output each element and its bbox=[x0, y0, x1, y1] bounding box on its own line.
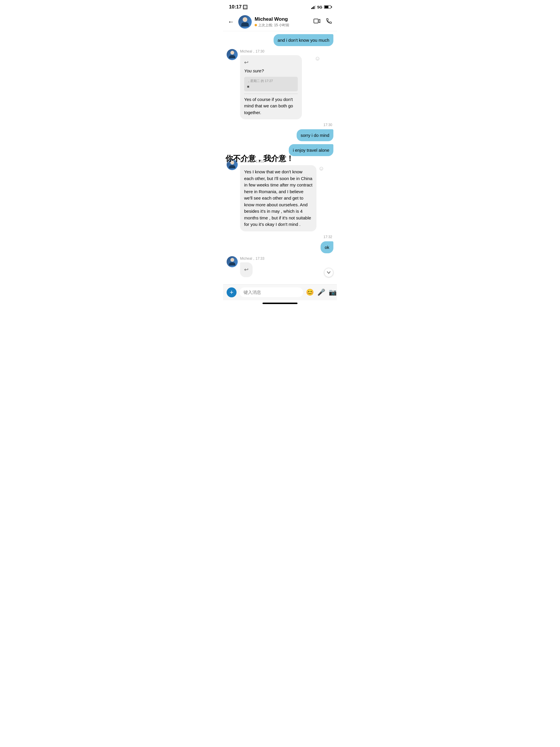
emoji-reaction-1[interactable]: ☺ bbox=[315, 55, 321, 62]
status-icons: 5G bbox=[311, 5, 331, 9]
sent-message-1: and i don't know you much bbox=[226, 34, 334, 46]
bubble-sent-2b: i enjoy travel alone bbox=[289, 144, 334, 156]
emoji-input-icon[interactable]: 😊 bbox=[306, 289, 314, 296]
received-main-text-1: Yes of course if you don't mind that we … bbox=[244, 96, 298, 116]
video-call-button[interactable] bbox=[314, 18, 321, 26]
bubble-received-2: Yes I know that we don't know each other… bbox=[240, 165, 317, 231]
status-dot bbox=[255, 24, 257, 26]
message-input[interactable] bbox=[239, 287, 303, 297]
received-message-1: Micheal，17:30 ↩ You sure? ，星期二 的 17:27 ■… bbox=[226, 49, 334, 119]
sender-avatar-3 bbox=[226, 256, 238, 267]
emoji-reaction-2[interactable]: ☺ bbox=[318, 165, 324, 172]
back-button[interactable]: ← bbox=[228, 18, 234, 26]
bubble-received-3: ↩ bbox=[240, 262, 252, 277]
timestamp-1732: 17:32 bbox=[226, 235, 334, 239]
contact-avatar bbox=[238, 15, 252, 29]
camera-icon[interactable]: 📷 bbox=[329, 289, 337, 296]
sim-icon: 🔲 bbox=[243, 5, 248, 9]
quote-block-1: ，星期二 的 17:27 ■ bbox=[244, 77, 298, 91]
sent-message-2a: sorry i do mind bbox=[226, 129, 334, 141]
contact-name: Micheal Wong bbox=[255, 16, 311, 22]
home-indicator bbox=[263, 303, 297, 304]
sender-avatar-1 bbox=[226, 49, 238, 60]
header-icons bbox=[314, 18, 332, 26]
msg-meta-1: Micheal，17:30 bbox=[240, 49, 334, 54]
voice-call-button[interactable] bbox=[326, 18, 332, 26]
msg-meta-3: Micheal，17:33 bbox=[240, 256, 322, 261]
bubble-sent-ok: ok bbox=[321, 241, 334, 253]
chat-header: ← Micheal Wong 上次上线: 15 小时前 bbox=[223, 13, 337, 31]
bubble-received-1: ↩ You sure? ，星期二 的 17:27 ■ Yes of course… bbox=[240, 55, 302, 119]
signal-icon bbox=[311, 5, 316, 9]
battery-icon bbox=[324, 5, 331, 9]
scroll-down-button[interactable] bbox=[324, 268, 334, 277]
timestamp-1730: 17:30 bbox=[226, 123, 334, 127]
bubble-sent-1: and i don't know you much bbox=[273, 34, 334, 46]
status-bar: 10:17 🔲 5G bbox=[223, 0, 337, 13]
contact-info: Micheal Wong 上次上线: 15 小时前 bbox=[255, 16, 311, 28]
mic-icon[interactable]: 🎤 bbox=[317, 289, 325, 296]
sender-avatar-2 bbox=[226, 159, 238, 170]
input-area: + 😊 🎤 📷 bbox=[223, 284, 337, 300]
input-icons: 😊 🎤 📷 bbox=[306, 289, 337, 296]
quote-text-1: ■ bbox=[247, 84, 295, 89]
svg-rect-0 bbox=[314, 19, 318, 23]
sent-message-2b: i enjoy travel alone bbox=[226, 144, 334, 156]
status-time: 10:17 🔲 bbox=[229, 4, 248, 10]
messages-area: 你不介意，我介意！ and i don't know you much Mich… bbox=[223, 31, 337, 282]
received-message-3: Micheal，17:33 ↩ bbox=[226, 256, 334, 277]
contact-status: 上次上线: 15 小时前 bbox=[255, 23, 311, 28]
reply-icon-3: ↩ bbox=[244, 266, 248, 274]
received-message-2: Micheal，17:32 Yes I know that we don't k… bbox=[226, 159, 334, 231]
sent-message-ok: ok bbox=[226, 241, 334, 253]
quote-meta-1: ，星期二 的 17:27 bbox=[247, 78, 295, 83]
quote-body-text: You sure? bbox=[244, 68, 298, 74]
add-button[interactable]: + bbox=[226, 287, 237, 297]
network-type: 5G bbox=[317, 5, 322, 9]
reply-icon-1: ↩ bbox=[244, 59, 298, 67]
msg-meta-2: Micheal，17:32 bbox=[240, 159, 334, 164]
avatar-image bbox=[238, 15, 252, 29]
bubble-sent-2a: sorry i do mind bbox=[297, 129, 334, 141]
